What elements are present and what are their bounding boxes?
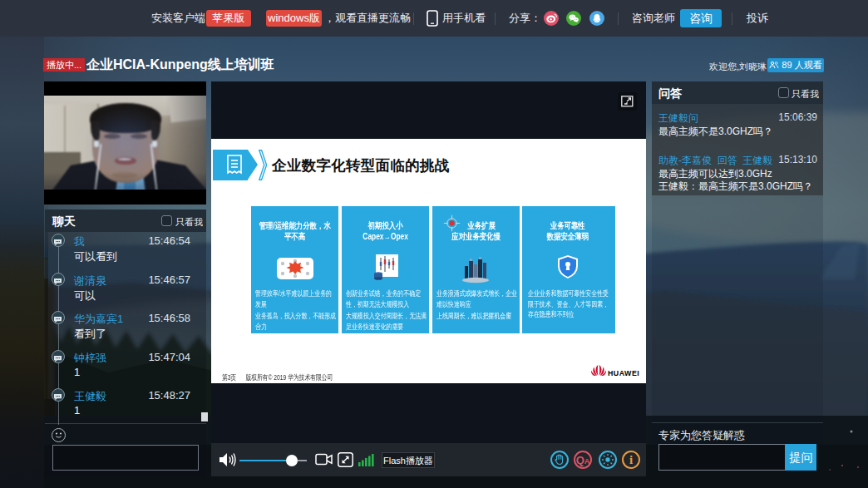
svg-text:HUAWEI: HUAWEI: [608, 369, 639, 377]
